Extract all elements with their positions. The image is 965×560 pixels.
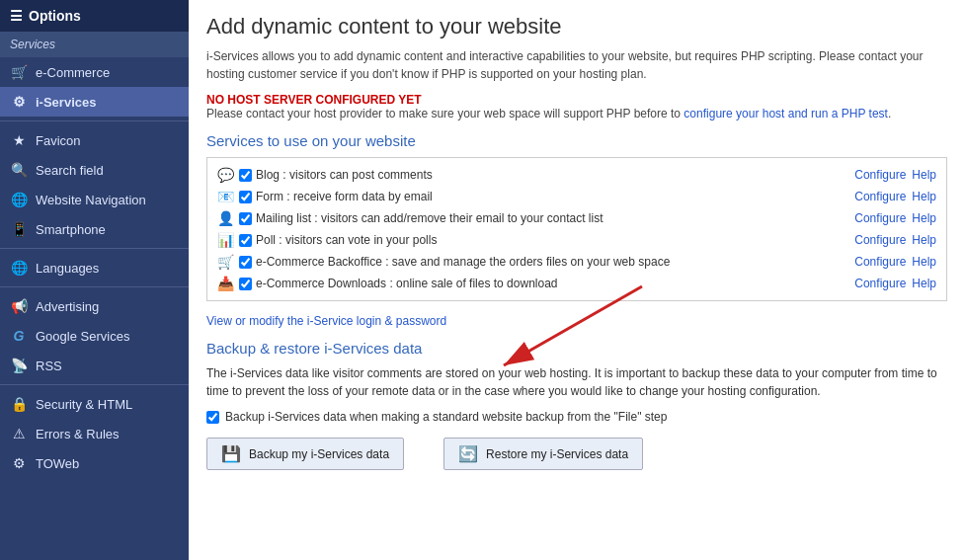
warning-block: NO HOST SERVER CONFIGURED YET Please con… [206,93,947,120]
search-field-icon: 🔍 [10,162,28,178]
main-description: i-Services allows you to add dynamic con… [206,47,947,83]
sidebar-item-i-services[interactable]: ⚙ i-Services [0,87,189,117]
sidebar-item-favicon[interactable]: ★ Favicon [0,125,189,155]
sidebar-item-google-services[interactable]: G Google Services [0,321,189,351]
security-icon: 🔒 [10,396,28,412]
divider-2 [0,248,189,249]
divider-3 [0,286,189,287]
service-checkbox-1[interactable] [239,191,252,203]
sidebar-item-e-commerce[interactable]: 🛒 e-Commerce [0,57,189,87]
sidebar-item-website-navigation[interactable]: 🌐 Website Navigation [0,185,189,214]
sidebar-section-services: Services [0,32,189,57]
service-label-3: Poll : visitors can vote in your polls [256,233,854,247]
configure-link-5[interactable]: Configure [854,277,906,290]
sidebar-item-smartphone[interactable]: 📱 Smartphone [0,214,189,244]
service-checkbox-4[interactable] [239,256,252,269]
sidebar-item-toweb[interactable]: ⚙ TOWeb [0,448,189,478]
sidebar-item-security-html[interactable]: 🔒 Security & HTML [0,389,189,419]
service-links-0: Configure Help [854,168,936,182]
backup-section-title: Backup & restore i-Services data [206,340,947,357]
sidebar-item-advertising[interactable]: 📢 Advertising [0,291,189,321]
configure-link-0[interactable]: Configure [854,168,906,182]
divider-1 [0,120,189,121]
smartphone-icon: 📱 [10,221,28,237]
warning-subtitle: Please contact your host provider to mak… [206,107,947,120]
services-section-title: Services to use on your website [206,132,947,149]
service-label-1: Form : receive form data by email [256,190,854,203]
configure-host-link[interactable]: configure your host and run a PHP test [684,107,888,120]
service-checkbox-3[interactable] [239,234,252,247]
service-checkbox-2[interactable] [239,212,252,225]
iservices-icon: ⚙ [10,94,28,110]
service-icon-1: 📧 [217,189,239,204]
warning-title: NO HOST SERVER CONFIGURED YET [206,93,947,107]
service-row-5: 📥 e-Commerce Downloads : online sale of … [215,273,938,294]
service-icon-5: 📥 [217,276,239,291]
service-checkbox-0[interactable] [239,169,252,182]
toweb-icon: ⚙ [10,455,28,471]
help-link-3[interactable]: Help [912,233,936,247]
sidebar-item-languages[interactable]: 🌐 Languages [0,253,189,282]
backup-checkbox[interactable] [206,411,219,424]
help-link-0[interactable]: Help [912,168,936,182]
backup-button[interactable]: 💾 Backup my i-Services data [206,438,404,470]
service-row-0: 💬 Blog : visitors can post comments Conf… [215,164,938,186]
sidebar-label-i-services: i-Services [36,95,96,110]
help-link-4[interactable]: Help [912,255,936,269]
sidebar-title: Options [29,8,81,24]
google-services-icon: G [10,328,28,344]
sidebar-label-website-navigation: Website Navigation [36,193,146,207]
help-link-2[interactable]: Help [912,211,936,225]
backup-btn-label: Backup my i-Services data [249,447,389,461]
divider-4 [0,384,189,385]
sidebar-label-smartphone: Smartphone [36,222,106,237]
restore-icon: 🔄 [458,444,478,463]
rss-icon: 📡 [10,358,28,373]
service-label-0: Blog : visitors can post comments [256,168,854,182]
advertising-icon: 📢 [10,298,28,314]
service-row-1: 📧 Form : receive form data by email Conf… [215,186,938,207]
ecommerce-icon: 🛒 [10,64,28,80]
restore-button[interactable]: 🔄 Restore my i-Services data [443,438,643,470]
restore-btn-label: Restore my i-Services data [486,447,628,461]
main-content: Add dynamic content to your website i-Se… [189,0,965,560]
sidebar-label-languages: Languages [36,261,99,276]
service-links-2: Configure Help [854,211,936,225]
service-icon-0: 💬 [217,167,239,183]
service-row-3: 📊 Poll : visitors can vote in your polls… [215,229,938,251]
configure-link-1[interactable]: Configure [854,190,906,203]
sidebar: ☰ Options Services 🛒 e-Commerce ⚙ i-Serv… [0,0,189,560]
website-nav-icon: 🌐 [10,192,28,207]
warning-prefix: Please contact your host provider to mak… [206,107,684,120]
sidebar-label-security-html: Security & HTML [36,397,132,412]
iservice-login-link[interactable]: View or modify the i-Service login & pas… [206,314,446,328]
services-box: 💬 Blog : visitors can post comments Conf… [206,157,947,301]
sidebar-label-search-field: Search field [36,163,104,178]
sidebar-item-search-field[interactable]: 🔍 Search field [0,155,189,185]
sidebar-label-favicon: Favicon [36,133,81,148]
backup-description: The i-Services data like visitor comment… [206,364,947,400]
sidebar-label-toweb: TOWeb [36,456,79,471]
backup-checkbox-label: Backup i-Services data when making a sta… [225,410,667,424]
sidebar-item-rss[interactable]: 📡 RSS [0,351,189,380]
configure-link-2[interactable]: Configure [854,211,906,225]
warning-suffix: . [888,107,891,120]
favicon-icon: ★ [10,132,28,148]
service-checkbox-5[interactable] [239,278,252,290]
service-links-3: Configure Help [854,233,936,247]
sidebar-item-errors-rules[interactable]: ⚠ Errors & Rules [0,419,189,448]
sidebar-label-advertising: Advertising [36,299,99,314]
sidebar-label-google-services: Google Services [36,329,129,344]
service-row-4: 🛒 e-Commerce Backoffice : save and manag… [215,251,938,273]
configure-link-3[interactable]: Configure [854,233,906,247]
service-links-4: Configure Help [854,255,936,269]
errors-icon: ⚠ [10,426,28,441]
backup-icon: 💾 [221,444,241,463]
service-label-5: e-Commerce Downloads : online sale of fi… [256,277,854,290]
options-icon: ☰ [10,8,23,24]
languages-icon: 🌐 [10,260,28,276]
help-link-1[interactable]: Help [912,190,936,203]
service-label-4: e-Commerce Backoffice : save and manage … [256,255,854,269]
configure-link-4[interactable]: Configure [854,255,906,269]
help-link-5[interactable]: Help [912,277,936,290]
